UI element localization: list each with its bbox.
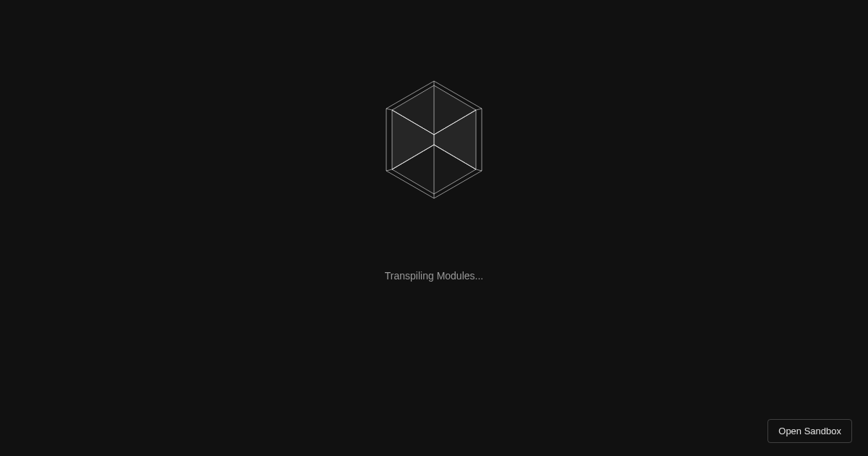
loading-screen: Transpiling Modules... xyxy=(0,0,868,456)
svg-line-12 xyxy=(476,109,482,110)
svg-line-14 xyxy=(476,169,482,171)
loading-status-text: Transpiling Modules... xyxy=(385,270,483,282)
svg-line-13 xyxy=(386,169,392,171)
svg-line-11 xyxy=(386,109,392,110)
open-sandbox-button[interactable]: Open Sandbox xyxy=(767,419,852,443)
cube-icon xyxy=(383,78,485,201)
